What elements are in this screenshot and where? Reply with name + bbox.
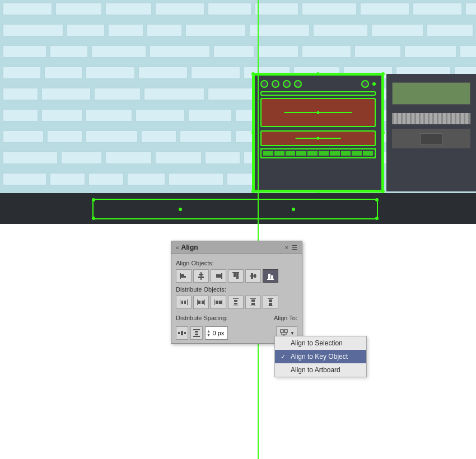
dropdown-chevron-icon: ▼ xyxy=(290,331,295,336)
device-grid xyxy=(260,148,376,158)
svg-rect-40 xyxy=(269,299,272,302)
dist-right-button[interactable] xyxy=(211,296,226,309)
titlebar-right: × ☰ xyxy=(285,244,297,251)
panel-body: Align Objects: xyxy=(171,254,302,343)
svg-rect-42 xyxy=(178,332,180,334)
svg-rect-43 xyxy=(181,331,183,335)
handle-tl-bot xyxy=(92,198,95,202)
panel-close-icon[interactable]: × xyxy=(285,244,288,251)
panel-title: Align xyxy=(181,243,198,251)
svg-rect-0 xyxy=(180,273,181,279)
distribute-objects-label: Distribute Objects: xyxy=(176,286,297,293)
svg-rect-5 xyxy=(198,277,204,278)
svg-rect-24 xyxy=(198,301,200,304)
svg-rect-20 xyxy=(181,301,183,304)
dist-top-button[interactable] xyxy=(228,296,244,309)
right-ruler xyxy=(392,113,470,124)
svg-rect-14 xyxy=(254,274,256,278)
dot-right xyxy=(292,208,295,211)
svg-rect-28 xyxy=(216,301,218,304)
svg-rect-26 xyxy=(214,299,215,305)
svg-rect-36 xyxy=(251,299,255,302)
svg-rect-35 xyxy=(250,306,256,306)
svg-rect-44 xyxy=(184,332,186,334)
svg-rect-16 xyxy=(268,274,270,279)
align-bottom-button[interactable] xyxy=(263,269,278,283)
right-control xyxy=(392,129,470,148)
svg-rect-1 xyxy=(181,274,184,276)
spacing-arrows[interactable]: ▲ ▼ xyxy=(207,329,211,337)
spacing-vert-button[interactable] xyxy=(190,326,203,340)
svg-rect-22 xyxy=(197,299,198,305)
svg-rect-15 xyxy=(267,279,274,280)
canvas-area xyxy=(0,0,476,224)
align-right-button[interactable] xyxy=(211,269,226,283)
distribute-objects-row xyxy=(176,296,297,309)
svg-rect-38 xyxy=(268,298,273,299)
dist-left-button[interactable] xyxy=(176,296,192,309)
align-panel: « Align × ☰ Align Objects: xyxy=(171,241,302,344)
device-bar-top xyxy=(260,91,376,96)
align-objects-label: Align Objects: xyxy=(176,260,297,266)
svg-rect-45 xyxy=(193,329,200,330)
spacing-input[interactable] xyxy=(211,330,226,336)
dot-left xyxy=(179,208,182,211)
dist-center-v-button[interactable] xyxy=(245,296,261,309)
dropdown-label-1: Align to Selection xyxy=(291,339,343,347)
svg-rect-6 xyxy=(221,273,222,279)
align-center-h-button[interactable] xyxy=(193,269,209,283)
svg-rect-49 xyxy=(281,330,283,332)
svg-rect-25 xyxy=(202,301,204,304)
panel-titlebar: « Align × ☰ xyxy=(171,241,302,254)
dist-bottom-button[interactable] xyxy=(263,296,278,309)
align-to-dropdown-menu: Align to Selection ✓ Align to Key Object… xyxy=(274,336,367,377)
align-center-v-button[interactable] xyxy=(245,269,261,283)
device-panel xyxy=(253,74,383,191)
svg-rect-37 xyxy=(251,303,255,305)
right-display xyxy=(392,82,470,105)
indicator-5 xyxy=(361,80,369,88)
indicator-1 xyxy=(260,80,268,88)
svg-rect-9 xyxy=(232,272,239,273)
check-icon-1 xyxy=(281,340,287,346)
check-icon-3 xyxy=(281,367,287,373)
dropdown-label-3: Align to Artboard xyxy=(291,366,340,374)
dist-center-h-button[interactable] xyxy=(193,296,209,309)
collapse-icon[interactable]: « xyxy=(176,245,179,251)
handle-bl-bot xyxy=(92,217,95,220)
dropdown-item-key-object[interactable]: ✓ Align to Key Object xyxy=(275,350,366,363)
spacing-input-wrap: ▲ ▼ xyxy=(205,326,228,340)
indicator-diamond xyxy=(372,82,376,86)
svg-rect-34 xyxy=(250,298,256,299)
check-icon-2: ✓ xyxy=(281,353,287,360)
svg-rect-46 xyxy=(195,331,198,332)
right-knob xyxy=(420,133,442,144)
titlebar-left: « Align xyxy=(176,243,198,251)
indicator-3 xyxy=(283,80,291,88)
svg-rect-19 xyxy=(187,299,188,305)
svg-rect-39 xyxy=(268,306,273,306)
down-arrow-icon[interactable]: ▼ xyxy=(207,333,211,337)
dropdown-label-2: Align to Key Object xyxy=(291,353,348,360)
svg-rect-29 xyxy=(219,301,222,304)
right-panel xyxy=(386,74,476,191)
dropdown-item-artboard[interactable]: Align to Artboard xyxy=(275,363,366,377)
handle-br-bot xyxy=(375,217,379,220)
svg-rect-31 xyxy=(233,306,239,306)
svg-rect-17 xyxy=(271,275,273,279)
dropdown-item-selection[interactable]: Align to Selection xyxy=(275,336,366,350)
svg-rect-11 xyxy=(236,273,239,279)
svg-rect-32 xyxy=(234,300,237,302)
panel-menu-icon[interactable]: ☰ xyxy=(292,244,297,251)
align-left-button[interactable] xyxy=(176,269,192,283)
svg-rect-48 xyxy=(193,336,200,337)
svg-rect-13 xyxy=(251,273,253,279)
svg-rect-7 xyxy=(216,274,221,276)
svg-rect-41 xyxy=(269,303,272,306)
spacing-horiz-button[interactable] xyxy=(176,326,188,340)
svg-rect-23 xyxy=(204,299,205,305)
indicator-2 xyxy=(272,80,279,88)
align-top-button[interactable] xyxy=(228,269,244,283)
up-arrow-icon[interactable]: ▲ xyxy=(207,329,211,333)
display-unit-secondary xyxy=(260,130,376,146)
